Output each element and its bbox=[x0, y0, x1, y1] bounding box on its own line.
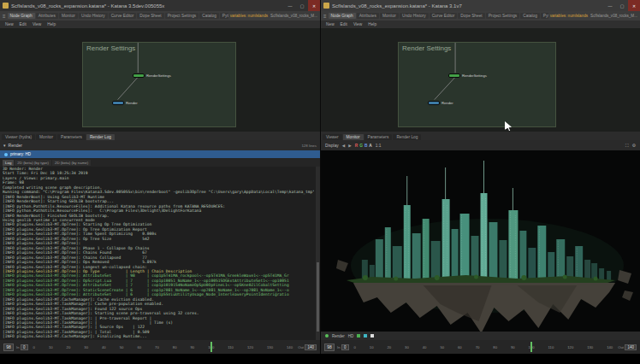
menu-item[interactable]: Help bbox=[368, 22, 376, 26]
log-line: [INFO plugins.Geolib3-MT.CacheManager]: … bbox=[3, 334, 314, 338]
pane-tab[interactable]: Render Log bbox=[393, 134, 421, 140]
out-value[interactable]: 140 bbox=[625, 344, 637, 350]
pane-tab[interactable]: Parameters bbox=[364, 134, 393, 140]
current-frame-field[interactable]: 98 bbox=[3, 343, 14, 351]
display-dropdown[interactable]: Display bbox=[325, 144, 339, 148]
pane-tab[interactable]: Viewer (hydra) bbox=[2, 134, 35, 140]
top-tab[interactable]: Node Graph bbox=[329, 13, 356, 19]
node-render[interactable]: Render bbox=[112, 101, 138, 105]
expand-icon[interactable]: ⛶ bbox=[625, 143, 629, 149]
variables-dropdown[interactable]: variables: numIslands bbox=[550, 14, 588, 18]
swatch-cyan bbox=[364, 334, 367, 338]
top-tab[interactable]: Curve Editor bbox=[430, 13, 458, 19]
timeline-ticks[interactable]: 0102030405060708090100110120130140 bbox=[352, 340, 616, 354]
top-tab[interactable]: Undo History bbox=[79, 13, 108, 19]
render-log-panel: ▾ Render 128 lines primary: HD Log2D (be… bbox=[0, 140, 320, 340]
top-tab[interactable]: Node Graph bbox=[8, 13, 35, 19]
katana-app-icon bbox=[3, 3, 9, 9]
pane-tab[interactable]: Monitor bbox=[36, 134, 56, 140]
log-filter-tab[interactable]: Log bbox=[3, 160, 14, 166]
desktop: ScfIslands_v08_rocks_expansion.katana* -… bbox=[0, 0, 640, 364]
hamburger-icon[interactable]: ≡ bbox=[3, 14, 6, 19]
render-settings-node-shape[interactable] bbox=[448, 73, 460, 78]
pane-tab[interactable]: Parameters bbox=[57, 134, 86, 140]
menu-item[interactable]: Edit bbox=[20, 22, 27, 26]
variables-dropdown[interactable]: variables: numIslands bbox=[230, 14, 268, 18]
titlebar[interactable]: ScfIslands_v08_rocks_expansion.katana* -… bbox=[321, 0, 640, 11]
playhead[interactable] bbox=[210, 342, 212, 352]
playhead[interactable] bbox=[530, 342, 532, 352]
top-tab[interactable]: Monitor bbox=[59, 13, 78, 19]
pane-tab[interactable]: Render Log bbox=[86, 134, 115, 140]
minimize-button[interactable]: — bbox=[284, 0, 296, 11]
katana-window-dev: ScfIslands_v08_rocks_expansion.katana* -… bbox=[0, 0, 320, 354]
channel-button[interactable]: G bbox=[359, 144, 363, 148]
menu-item[interactable]: View bbox=[353, 22, 362, 26]
log-scrollbar-thumb[interactable] bbox=[317, 262, 319, 332]
top-tab[interactable]: Python bbox=[220, 13, 228, 19]
close-button[interactable]: ✕ bbox=[308, 0, 320, 11]
backdrop-node[interactable]: Render Settings RenderSettings Render bbox=[82, 42, 236, 127]
session-label: ScfIslands_v08_rocks_M... bbox=[270, 14, 317, 18]
top-tab[interactable]: Attributes bbox=[357, 13, 379, 19]
top-tab[interactable]: Curve Editor bbox=[109, 13, 137, 19]
maximize-button[interactable]: ▢ bbox=[296, 0, 308, 11]
render-node-shape[interactable] bbox=[112, 101, 124, 105]
next-icon[interactable]: ▶ bbox=[348, 144, 351, 148]
top-tab[interactable]: Catalog bbox=[199, 13, 219, 19]
menu-item[interactable]: New bbox=[5, 22, 14, 26]
render-view[interactable] bbox=[321, 150, 640, 332]
top-tab[interactable]: Project Settings bbox=[165, 13, 199, 19]
render-entry-row[interactable]: primary: HD bbox=[0, 150, 320, 158]
node-graph-panel[interactable]: Render Settings RenderSettings Render bbox=[321, 28, 640, 132]
prev-icon[interactable]: ◀ bbox=[342, 144, 345, 148]
out-value[interactable]: 140 bbox=[305, 344, 317, 350]
node-graph-panel[interactable]: Render Settings RenderSettings Render bbox=[0, 28, 320, 132]
log-filter-tab[interactable]: 2D (beta) (by type) bbox=[15, 160, 51, 166]
titlebar[interactable]: ScfIslands_v08_rocks_expansion.katana* -… bbox=[0, 0, 320, 11]
hamburger-icon[interactable]: ≡ bbox=[323, 14, 327, 19]
top-tab[interactable]: Attributes bbox=[36, 13, 58, 19]
pane-tab[interactable]: Viewer bbox=[323, 134, 342, 140]
timeline-ticks[interactable]: 0102030405060708090100110120130140 bbox=[31, 340, 296, 354]
render-node-shape[interactable] bbox=[428, 101, 440, 105]
log-output[interactable]: 3D Render: RenderStart Time: Fri Dec 18 … bbox=[3, 167, 314, 340]
tick-label: 40 bbox=[102, 345, 106, 349]
menu-item[interactable]: New bbox=[326, 22, 335, 26]
node-render[interactable]: Render bbox=[428, 101, 453, 105]
render-active-icon bbox=[325, 334, 329, 338]
channel-button[interactable]: R bbox=[355, 144, 358, 148]
minimize-button[interactable]: — bbox=[604, 0, 616, 11]
pane-tab[interactable]: Monitor bbox=[343, 134, 364, 140]
maximize-button[interactable]: ▢ bbox=[616, 0, 628, 11]
timeline: 98 In 0 01020304050607080901001101201301… bbox=[321, 340, 640, 354]
top-tab[interactable]: Catalog bbox=[520, 13, 540, 19]
menu-item[interactable]: View bbox=[33, 22, 41, 26]
current-frame-field[interactable]: 98 bbox=[324, 343, 335, 351]
backdrop-node[interactable]: Render Settings RenderSettings Render bbox=[398, 42, 556, 127]
node-render-settings[interactable]: RenderSettings bbox=[133, 73, 171, 78]
top-tab[interactable]: Undo History bbox=[400, 13, 429, 19]
in-value[interactable]: 0 bbox=[21, 344, 28, 350]
menu-item[interactable]: Help bbox=[47, 22, 56, 26]
node-label: Render bbox=[126, 101, 138, 105]
caret-down-icon[interactable]: ▾ bbox=[3, 143, 6, 148]
menu-item[interactable]: Edit bbox=[341, 22, 347, 26]
render-settings-node-shape[interactable] bbox=[133, 73, 145, 78]
gear-icon[interactable]: ⚙ bbox=[632, 143, 636, 149]
log-filter-tab[interactable]: 2D (beta) (by name) bbox=[52, 160, 91, 166]
close-button[interactable]: ✕ bbox=[628, 0, 640, 11]
channel-button[interactable]: B bbox=[364, 144, 367, 148]
top-tab[interactable]: Dope Sheet bbox=[458, 13, 484, 19]
zoom-level[interactable]: 1:1 bbox=[376, 144, 382, 148]
top-tab[interactable]: Monitor bbox=[380, 13, 399, 19]
tick-label: 10 bbox=[370, 345, 374, 349]
log-line: [INFO plugins.Geolib3-MT.OpTree]: Attrib… bbox=[3, 292, 314, 296]
in-value[interactable]: 0 bbox=[341, 344, 349, 350]
top-tab[interactable]: Dope Sheet bbox=[137, 13, 163, 19]
node-render-settings[interactable]: RenderSettings bbox=[448, 73, 487, 78]
menubar: NewEditViewHelp bbox=[0, 21, 320, 28]
top-tab[interactable]: Python bbox=[541, 13, 548, 19]
channel-button[interactable]: A bbox=[369, 144, 371, 148]
top-tab[interactable]: Project Settings bbox=[486, 13, 520, 19]
